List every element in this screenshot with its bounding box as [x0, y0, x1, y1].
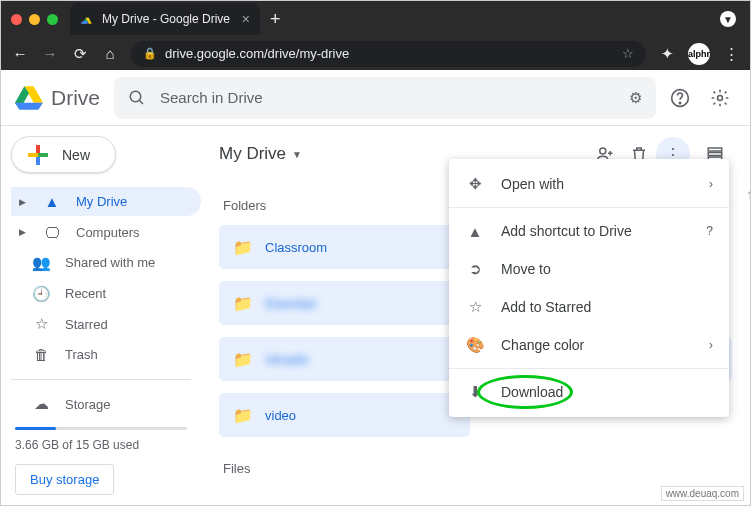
move-icon: ➲	[465, 260, 485, 278]
open-with-icon: ✥	[465, 175, 485, 193]
expand-caret-icon[interactable]: ▶	[19, 227, 26, 237]
sidebar-item-computers[interactable]: ▶ 🖵 Computers	[11, 218, 201, 247]
new-button-label: New	[62, 147, 90, 163]
my-drive-icon: ▲	[42, 193, 62, 210]
ctx-change-color[interactable]: 🎨 Change color ›	[449, 326, 729, 364]
chrome-menu-icon[interactable]: ⋮	[722, 45, 740, 63]
svg-marker-2	[81, 21, 89, 23]
sidebar-item-label: My Drive	[76, 194, 127, 209]
ctx-label: Download	[501, 384, 563, 400]
sidebar-item-label: Trash	[65, 347, 98, 362]
svg-rect-12	[708, 148, 722, 151]
svg-rect-13	[708, 153, 722, 156]
folder-name: Classroom	[265, 240, 327, 255]
close-tab-icon[interactable]: ×	[242, 11, 250, 27]
profile-avatar[interactable]: alphr	[688, 43, 710, 65]
reload-button[interactable]: ⟳	[71, 45, 89, 63]
sidebar-item-starred[interactable]: ☆ Starred	[11, 310, 201, 339]
sidebar-item-trash[interactable]: 🗑 Trash	[11, 341, 201, 370]
svg-point-6	[130, 91, 141, 102]
watermark: www.deuaq.com	[661, 486, 744, 501]
search-icon	[128, 89, 146, 107]
recent-icon: 🕘	[31, 285, 51, 303]
drive-logo[interactable]: Drive	[15, 86, 100, 110]
sidebar-item-my-drive[interactable]: ▶ ▲ My Drive	[11, 187, 201, 216]
mac-window-controls[interactable]	[11, 14, 58, 25]
folder-item[interactable]: 📁 Classroom	[219, 225, 470, 269]
folder-item[interactable]: 📁 video	[219, 393, 470, 437]
home-button[interactable]: ⌂	[101, 45, 119, 62]
downloads-indicator[interactable]: ▼	[720, 11, 736, 27]
trash-icon: 🗑	[31, 346, 51, 363]
download-icon: ⬇	[465, 383, 485, 401]
extensions-icon[interactable]: ✦	[658, 45, 676, 63]
chevron-down-icon: ▼	[292, 149, 302, 160]
lock-icon: 🔒	[143, 47, 157, 60]
computers-icon: 🖵	[42, 224, 62, 241]
sidebar-item-label: Recent	[65, 286, 106, 301]
sidebar-item-recent[interactable]: 🕘 Recent	[11, 279, 201, 308]
new-tab-button[interactable]: +	[270, 9, 281, 30]
palette-icon: 🎨	[465, 336, 485, 354]
folder-name: Veradin	[265, 352, 309, 367]
drive-favicon	[80, 12, 94, 26]
shortcut-icon: ▲	[465, 223, 485, 240]
folder-icon: 📁	[233, 294, 253, 313]
sidebar-item-label: Shared with me	[65, 255, 155, 270]
chevron-right-icon: ›	[709, 177, 713, 191]
ctx-label: Change color	[501, 337, 584, 353]
folder-icon: 📁	[233, 238, 253, 257]
ctx-open-with[interactable]: ✥ Open with ›	[449, 165, 729, 203]
bookmark-star-icon[interactable]: ☆	[622, 46, 634, 61]
ctx-move-to[interactable]: ➲ Move to	[449, 250, 729, 288]
buy-storage-button[interactable]: Buy storage	[15, 464, 114, 495]
sidebar-item-shared[interactable]: 👥 Shared with me	[11, 249, 201, 278]
forward-button[interactable]: →	[41, 45, 59, 62]
folder-item[interactable]: 📁 Downlad	[219, 281, 470, 325]
tab-title: My Drive - Google Drive	[102, 12, 230, 26]
app-name: Drive	[51, 86, 100, 110]
svg-point-10	[718, 95, 723, 100]
ctx-download[interactable]: ⬇ Download	[449, 373, 729, 411]
back-button[interactable]: ←	[11, 45, 29, 62]
settings-gear-icon[interactable]	[710, 88, 736, 108]
plus-icon	[26, 143, 50, 167]
new-button[interactable]: New	[11, 136, 116, 173]
folder-item[interactable]: 📁 Veradin	[219, 337, 470, 381]
sidebar-item-label: Starred	[65, 317, 108, 332]
files-section-label: Files	[223, 461, 732, 476]
breadcrumb[interactable]: My Drive ▼	[219, 144, 302, 164]
ctx-label: Open with	[501, 176, 564, 192]
expand-caret-icon[interactable]: ▶	[19, 197, 26, 207]
search-placeholder: Search in Drive	[160, 89, 263, 106]
star-icon: ☆	[31, 315, 51, 333]
support-icon[interactable]	[670, 88, 696, 108]
drive-logo-icon	[15, 86, 43, 110]
star-icon: ☆	[465, 298, 485, 316]
sidebar-item-label: Computers	[76, 225, 140, 240]
svg-line-7	[139, 100, 143, 104]
sort-arrow-icon[interactable]: ↑	[746, 186, 750, 204]
folder-icon: 📁	[233, 350, 253, 369]
browser-tab[interactable]: My Drive - Google Drive ×	[70, 3, 260, 35]
search-input[interactable]: Search in Drive ⚙	[114, 77, 656, 119]
folder-name: Downlad	[265, 296, 316, 311]
ctx-add-starred[interactable]: ☆ Add to Starred	[449, 288, 729, 326]
folder-name: video	[265, 408, 296, 423]
search-options-icon[interactable]: ⚙	[629, 89, 642, 107]
svg-marker-5	[15, 102, 43, 109]
shared-icon: 👥	[31, 254, 51, 272]
address-bar[interactable]: 🔒 drive.google.com/drive/my-drive ☆	[131, 41, 646, 67]
cloud-icon: ☁	[31, 395, 51, 413]
chevron-right-icon: ›	[709, 338, 713, 352]
folder-icon: 📁	[233, 406, 253, 425]
sidebar-item-label: Storage	[65, 397, 111, 412]
url-text: drive.google.com/drive/my-drive	[165, 46, 349, 61]
ctx-add-shortcut[interactable]: ▲ Add shortcut to Drive ?	[449, 212, 729, 250]
svg-point-9	[679, 102, 680, 103]
help-icon[interactable]: ?	[706, 224, 713, 238]
storage-progress	[15, 427, 187, 430]
ctx-label: Move to	[501, 261, 551, 277]
storage-used-text: 3.66 GB of 15 GB used	[11, 438, 201, 452]
sidebar-item-storage[interactable]: ☁ Storage	[11, 390, 201, 419]
